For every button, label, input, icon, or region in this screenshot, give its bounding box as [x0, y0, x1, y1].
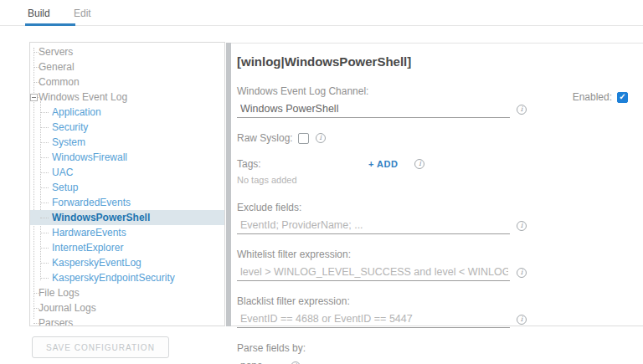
- sidebar-item-label: General: [39, 61, 75, 73]
- sidebar-item-label: HardwareEvents: [52, 227, 126, 238]
- raw-syslog-checkbox[interactable]: [298, 133, 309, 144]
- info-icon[interactable]: i: [517, 315, 527, 325]
- blacklist-filter-input[interactable]: [237, 311, 510, 328]
- sidebar-item-security[interactable]: Security: [30, 120, 224, 135]
- config-detail-panel: [winlog|WindowsPowerShell] Windows Event…: [231, 43, 643, 326]
- enabled-label: Enabled:: [573, 91, 612, 103]
- sidebar-item-setup[interactable]: Setup: [30, 180, 224, 195]
- exclude-fields-label: Exclude fields:: [237, 202, 630, 213]
- collapse-icon[interactable]: [30, 94, 38, 101]
- sidebar-item-label: System: [52, 136, 85, 148]
- channel-input[interactable]: [237, 101, 510, 118]
- page-title: [winlog|WindowsPowerShell]: [237, 54, 630, 69]
- parse-fields-group: Parse fields by: none i: [237, 342, 630, 364]
- sidebar-item-label: Parsers: [39, 317, 73, 326]
- sidebar-item-servers[interactable]: Servers: [30, 44, 224, 59]
- info-icon[interactable]: i: [517, 268, 527, 278]
- raw-syslog-label: Raw Syslog:: [237, 132, 293, 144]
- sidebar-item-label: ForwardedEvents: [52, 197, 131, 208]
- sidebar-item-label: WindowsFirewall: [52, 151, 127, 163]
- save-configuration-button[interactable]: SAVE CONFIGURATION: [32, 336, 169, 358]
- sidebar-item-kasperskyendpointsecurity[interactable]: KasperskyEndpointSecurity: [30, 270, 224, 285]
- exclude-fields-group: Exclude fields: i: [237, 202, 630, 234]
- check-icon: ✓: [619, 93, 625, 101]
- enabled-field: Enabled: ✓: [573, 91, 628, 103]
- sidebar-item-parsers[interactable]: Parsers: [30, 315, 224, 326]
- sidebar-item-label: Application: [52, 106, 101, 118]
- tags-empty-text: No tags added: [237, 175, 630, 185]
- sidebar-item-label: InternetExplorer: [52, 242, 123, 254]
- whitelist-filter-group: Whitelist filter expression: i: [237, 249, 630, 281]
- whitelist-filter-label: Whitelist filter expression:: [237, 249, 630, 260]
- sidebar-item-label: Windows Event Log: [39, 91, 127, 103]
- sidebar-item-label: KasperskyEndpointSecurity: [52, 272, 175, 284]
- tab-bar: Build Edit: [0, 0, 643, 26]
- sidebar-item-label: Security: [52, 121, 88, 133]
- sidebar-item-hardwareevents[interactable]: HardwareEvents: [30, 225, 224, 240]
- sidebar-item-journal-logs[interactable]: Journal Logs: [30, 300, 224, 315]
- sidebar-item-general[interactable]: General: [30, 59, 224, 74]
- sidebar-item-label: UAC: [52, 167, 73, 178]
- tab-edit[interactable]: Edit: [74, 8, 91, 19]
- active-tab-indicator: [25, 23, 75, 26]
- tags-field-group: Tags: + ADD i No tags added: [237, 158, 630, 185]
- sidebar-item-file-logs[interactable]: File Logs: [30, 285, 224, 300]
- parse-fields-label: Parse fields by:: [237, 342, 630, 354]
- sidebar-item-label: Setup: [52, 182, 78, 193]
- info-icon[interactable]: i: [414, 159, 424, 169]
- sidebar-item-label: Servers: [39, 46, 73, 58]
- sidebar-item-kasperskyeventlog[interactable]: KasperskyEventLog: [30, 255, 224, 270]
- parse-fields-value: none: [240, 360, 263, 364]
- sidebar-item-forwardedevents[interactable]: ForwardedEvents: [30, 195, 224, 210]
- parse-fields-select[interactable]: none: [237, 358, 284, 364]
- channel-field-group: Windows Event Log Channel: i: [237, 85, 630, 118]
- tab-build[interactable]: Build: [28, 8, 50, 19]
- exclude-fields-input[interactable]: [237, 218, 510, 234]
- sidebar-item-application[interactable]: Application: [30, 105, 224, 120]
- add-tag-button[interactable]: + ADD: [368, 159, 398, 169]
- sidebar-item-windows-event-log[interactable]: Windows Event Log: [30, 90, 224, 105]
- raw-syslog-field: Raw Syslog: i: [237, 132, 630, 144]
- info-icon[interactable]: i: [517, 105, 527, 115]
- sidebar-item-common[interactable]: Common: [30, 74, 224, 90]
- sidebar-item-windowsfirewall[interactable]: WindowsFirewall: [30, 150, 224, 165]
- blacklist-filter-label: Blacklist filter expression:: [237, 295, 630, 307]
- sidebar-item-label: File Logs: [39, 287, 80, 299]
- info-icon[interactable]: i: [316, 133, 326, 143]
- whitelist-filter-input[interactable]: [237, 264, 510, 281]
- sidebar-item-uac[interactable]: UAC: [30, 165, 224, 180]
- sidebar-item-label: WindowsPowerShell: [52, 212, 150, 223]
- blacklist-filter-group: Blacklist filter expression: i: [237, 295, 630, 328]
- config-tree-panel: Servers General Common Windows Event Log…: [29, 42, 225, 326]
- sidebar-item-internetexplorer[interactable]: InternetExplorer: [30, 240, 224, 255]
- enabled-checkbox[interactable]: ✓: [617, 92, 628, 103]
- info-icon[interactable]: i: [517, 221, 527, 231]
- sidebar-item-system[interactable]: System: [30, 135, 224, 150]
- chevron-down-icon: [276, 361, 285, 364]
- sidebar-item-label: KasperskyEventLog: [52, 257, 141, 269]
- sidebar-item-label: Journal Logs: [39, 302, 96, 314]
- sidebar-item-windowspowershell-selected[interactable]: WindowsPowerShell: [30, 210, 224, 225]
- channel-label: Windows Event Log Channel:: [237, 85, 630, 97]
- tags-label: Tags:: [237, 158, 368, 170]
- sidebar-item-label: Common: [39, 76, 80, 88]
